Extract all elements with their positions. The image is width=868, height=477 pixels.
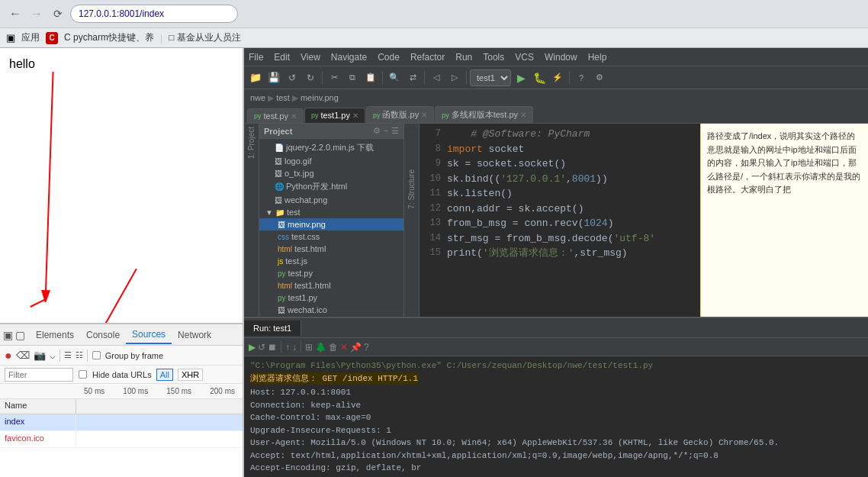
panel-structure-label[interactable]: 7: Structure [407, 169, 416, 209]
settings-icon[interactable]: ☰ [391, 126, 399, 136]
camera-icon[interactable]: 📷 [34, 350, 46, 361]
toolbar-paste[interactable]: 📋 [362, 69, 379, 86]
menu-tools[interactable]: Tools [483, 52, 504, 63]
menu-run[interactable]: Run [455, 52, 472, 63]
debug-btn[interactable]: 🐛 [531, 69, 548, 86]
tree-item-test1py[interactable]: py test1.py [259, 292, 403, 304]
menu-help[interactable]: Help [588, 52, 607, 63]
tab-sources[interactable]: Sources [126, 326, 172, 344]
run-play-btn[interactable]: ▶ [249, 342, 256, 353]
breadcrumb-test[interactable]: test [276, 93, 290, 102]
refresh-button[interactable]: ⟳ [49, 5, 67, 23]
run-question-btn[interactable]: ? [364, 342, 369, 353]
all-btn[interactable]: All [156, 369, 173, 381]
run-rerun-btn[interactable]: ↺ [258, 342, 265, 353]
toolbar-redo[interactable]: ↻ [302, 69, 319, 86]
run-close-btn[interactable]: ✕ [340, 342, 348, 353]
xhr-btn[interactable]: XHR [178, 369, 203, 381]
toolbar-undo[interactable]: ↺ [284, 69, 301, 86]
tree-item-meinv[interactable]: 🖼 meinv.png [259, 218, 403, 230]
tab-network[interactable]: Network [172, 327, 217, 343]
timeline-100ms: 100 ms [123, 387, 148, 395]
tree-item-testcss[interactable]: css test.css [259, 230, 403, 243]
tree-item-logo[interactable]: 🖼 logo.gif [259, 155, 403, 167]
run-stop-btn[interactable]: ⏹ [268, 342, 277, 353]
view-list-icon[interactable]: ☰ [64, 350, 72, 360]
breadcrumb-nwe[interactable]: nwe [250, 93, 265, 102]
toolbar-save[interactable]: 💾 [265, 69, 282, 86]
settings-btn[interactable]: ⚙ [591, 69, 608, 86]
tab-test-py[interactable]: py test.py ✕ [247, 108, 304, 123]
bottom-tab-run[interactable]: Run: test1 [244, 321, 301, 336]
run-tree-btn[interactable]: 🌲 [315, 342, 326, 353]
help-btn[interactable]: ? [573, 69, 590, 86]
run-config-combo[interactable]: test1 [470, 69, 511, 86]
toolbar-run-next[interactable]: ▷ [446, 69, 463, 86]
output-accept: Accept: text/html,application/xhtml+xml,… [250, 450, 862, 462]
tree-item-wechat-ico[interactable]: 🖼 wechat.ico [259, 304, 403, 316]
record-btn[interactable]: ● [5, 349, 12, 363]
code-line-10: 10 sk.bind(('127.0.0.1',8001)) [420, 172, 700, 187]
toolbar-cut[interactable]: ✂ [326, 69, 342, 86]
network-item-index[interactable]: index [5, 417, 24, 426]
forward-button[interactable]: → [27, 5, 46, 23]
tree-item-testpy[interactable]: py test.py [259, 267, 403, 279]
tree-item-testjs[interactable]: js test.js [259, 255, 403, 267]
tree-item-jquery[interactable]: 📄 jquery-2.2.0.min.js 下载 [259, 140, 403, 155]
menu-refactor[interactable]: Refactor [410, 52, 445, 63]
hide-data-urls-check[interactable] [79, 370, 87, 379]
devtools-toggle[interactable]: ▣ ▢ [3, 329, 25, 341]
run-up-btn[interactable]: ↑ [285, 342, 290, 353]
filter-icon[interactable]: ⌵ [50, 350, 56, 361]
run-trash-btn[interactable]: 🗑 [329, 342, 338, 353]
tree-item-wechat-png[interactable]: 🖼 wechat.png [259, 194, 403, 206]
tab-test1-py[interactable]: py test1.py ✕ [304, 108, 365, 123]
output-encoding: Accept-Encoding: gzip, deflate, br [250, 462, 862, 475]
apps-icon[interactable]: ▣ [6, 32, 15, 44]
toolbar-copy[interactable]: ⧉ [344, 69, 361, 86]
view-grid-icon[interactable]: ☷ [76, 350, 83, 360]
menu-window[interactable]: Window [545, 52, 577, 63]
tree-item-python-html[interactable]: 🌐 Python开发.html [259, 179, 403, 194]
run-down-btn[interactable]: ↓ [292, 342, 297, 353]
run-filter-btn[interactable]: ⊞ [305, 342, 313, 353]
tree-item-test-folder[interactable]: ▼ 📁 test [259, 206, 403, 218]
filter-input[interactable] [5, 368, 73, 382]
run-coverage[interactable]: ⚡ [549, 69, 566, 86]
menu-file[interactable]: File [249, 52, 263, 63]
sync-icon[interactable]: ⚙ [373, 126, 381, 136]
menu-vcs[interactable]: VCS [515, 52, 534, 63]
menu-navigate[interactable]: Navigate [331, 52, 367, 63]
back-button[interactable]: ← [6, 5, 24, 23]
col-name[interactable]: Name [0, 399, 76, 414]
tab-elements[interactable]: Elements [30, 327, 80, 343]
bookmark-apps[interactable]: 应用 [21, 31, 40, 44]
network-row-index[interactable]: index [0, 414, 243, 431]
collapse-icon[interactable]: − [384, 126, 388, 136]
address-bar[interactable] [70, 5, 238, 23]
run-btn[interactable]: ▶ [513, 69, 529, 86]
bookmark-fund[interactable]: □ 基金从业人员注 [169, 31, 241, 44]
panel-project-label[interactable]: 1: Project [247, 127, 256, 159]
breadcrumb-file[interactable]: meinv.png [301, 93, 339, 102]
menu-code[interactable]: Code [378, 52, 400, 63]
tree-item-testhtml[interactable]: html test.html [259, 243, 403, 255]
run-pin-btn[interactable]: 📌 [350, 342, 362, 353]
network-item-favicon[interactable]: favicon.ico [5, 433, 44, 443]
tree-item-test1html[interactable]: html test1.html [259, 279, 403, 292]
toolbar-find[interactable]: 🔍 [386, 69, 403, 86]
network-row-favicon[interactable]: favicon.ico [0, 431, 243, 448]
menu-view[interactable]: View [301, 52, 320, 63]
menu-edit[interactable]: Edit [274, 52, 290, 63]
toolbar-replace[interactable]: ⇄ [404, 69, 421, 86]
tree-item-otx[interactable]: 🖼 o_tx.jpg [259, 167, 403, 179]
toolbar-open[interactable]: 📁 [247, 69, 264, 86]
tab-console[interactable]: Console [80, 327, 126, 343]
bookmark-pycharm[interactable]: C pycharm快捷键、养 [64, 31, 154, 44]
tab-hanshu-py[interactable]: py 函数版.py ✕ [366, 106, 434, 123]
code-line-9: 9 sk = socket.socket() [420, 156, 700, 172]
tab-multithread-py[interactable]: py 多线程版本test.py ✕ [435, 106, 533, 123]
group-by-frame-check[interactable] [92, 351, 101, 359]
clear-btn[interactable]: ⌫ [16, 350, 30, 361]
toolbar-run-prev[interactable]: ◁ [428, 69, 445, 86]
